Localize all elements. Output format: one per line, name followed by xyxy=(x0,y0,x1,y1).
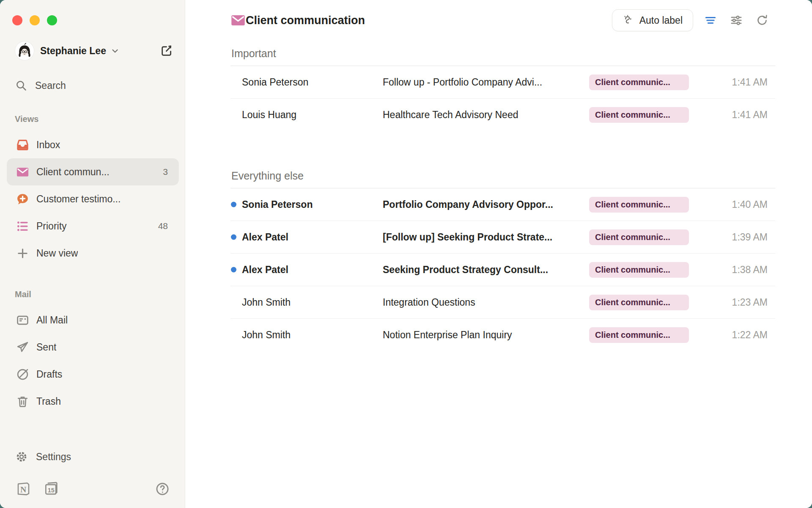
sidebar-item-label: Inbox xyxy=(36,139,60,151)
email-label-badge[interactable]: Client communic... xyxy=(589,327,689,343)
views-section-label: Views xyxy=(15,114,185,124)
email-time: 1:41 AM xyxy=(689,109,768,121)
minimize-window-button[interactable] xyxy=(30,15,40,25)
email-sender: Alex Patel xyxy=(242,264,383,276)
mail-section-label: Mail xyxy=(15,290,185,299)
email-subject: Healthcare Tech Advisory Need xyxy=(383,109,582,121)
email-row[interactable]: John Smith Notion Enterprise Plan Inquir… xyxy=(230,319,775,351)
search-label: Search xyxy=(35,80,66,91)
gear-icon xyxy=(15,450,28,463)
sidebar-item-client-communication[interactable]: Client commun... 3 xyxy=(7,158,179,185)
email-row[interactable]: Alex Patel Seeking Product Strategy Cons… xyxy=(230,254,775,286)
sidebar-spacer xyxy=(0,415,185,450)
envelope-icon xyxy=(16,165,30,179)
views-nav: Inbox Client commun... 3 Customer testim… xyxy=(0,131,185,267)
email-row[interactable]: Sonia Peterson Portfolio Company Advisor… xyxy=(230,188,775,221)
sidebar-item-label: Sent xyxy=(36,342,56,353)
sidebar-item-count: 3 xyxy=(159,167,168,177)
email-time: 1:38 AM xyxy=(689,264,768,276)
sidebar-item-label: Customer testimo... xyxy=(36,193,121,205)
chevron-down-icon[interactable] xyxy=(110,46,120,55)
email-subject: Integration Questions xyxy=(383,297,582,308)
email-label-badge[interactable]: Client communic... xyxy=(589,229,689,245)
sidebar-item-new-view[interactable]: New view xyxy=(7,240,179,267)
trash-icon xyxy=(16,395,30,409)
auto-label-button[interactable]: Auto label xyxy=(612,9,693,31)
email-label-badge[interactable]: Client communic... xyxy=(589,295,689,310)
header-controls: Auto label xyxy=(612,9,771,31)
main-header: Client communication Auto label xyxy=(185,0,812,41)
refresh-button[interactable] xyxy=(754,12,771,29)
sidebar-item-trash[interactable]: Trash xyxy=(7,388,179,415)
email-label-badge[interactable]: Client communic... xyxy=(589,262,689,278)
profile-switcher[interactable]: Stephanie Lee xyxy=(15,41,173,60)
email-list: Important Sonia Peterson Follow up - Por… xyxy=(185,41,812,508)
email-time: 1:23 AM xyxy=(689,297,768,308)
email-subject: Seeking Product Strategy Consult... xyxy=(383,264,582,276)
main-panel: Client communication Auto label Importan… xyxy=(185,0,812,508)
unread-dot-icon xyxy=(231,267,236,273)
email-label-badge[interactable]: Client communic... xyxy=(589,75,689,90)
sidebar-item-label: Client commun... xyxy=(36,166,110,178)
profile-name: Stephanie Lee xyxy=(40,45,106,57)
svg-text:N: N xyxy=(20,485,27,494)
window-controls xyxy=(0,0,185,25)
plus-icon xyxy=(16,246,30,260)
sidebar-item-all-mail[interactable]: All Mail xyxy=(7,306,179,334)
sidebar-item-inbox[interactable]: Inbox xyxy=(7,131,179,158)
email-section-rows: Sonia Peterson Portfolio Company Advisor… xyxy=(230,188,775,351)
help-icon[interactable] xyxy=(155,482,170,496)
email-row[interactable]: John Smith Integration Questions Client … xyxy=(230,286,775,319)
settings-label: Settings xyxy=(36,451,71,463)
calendar-icon[interactable]: 15 xyxy=(43,481,59,497)
sidebar-item-customer-testimonials[interactable]: Customer testimo... xyxy=(7,185,179,213)
display-settings-button[interactable] xyxy=(728,12,745,29)
email-subject: [Follow up] Seeking Product Strate... xyxy=(383,232,582,243)
email-row[interactable]: Louis Huang Healthcare Tech Advisory Nee… xyxy=(230,99,775,131)
sidebar-item-label: Drafts xyxy=(36,369,62,380)
wand-icon xyxy=(623,14,634,26)
compose-button[interactable] xyxy=(160,44,173,57)
email-sender: Louis Huang xyxy=(242,109,383,121)
email-section-title: Everything else xyxy=(230,170,775,182)
drafts-icon xyxy=(16,367,30,381)
sidebar-item-drafts[interactable]: Drafts xyxy=(7,361,179,388)
sidebar-item-priority[interactable]: Priority 48 xyxy=(7,213,179,240)
close-window-button[interactable] xyxy=(12,15,22,25)
email-time: 1:40 AM xyxy=(689,199,768,210)
email-section: Important Sonia Peterson Follow up - Por… xyxy=(230,47,775,131)
sidebar-item-label: All Mail xyxy=(36,315,68,326)
sidebar-footer: N 15 xyxy=(15,481,170,497)
svg-text:15: 15 xyxy=(48,487,55,494)
sidebar-item-label: Trash xyxy=(36,396,61,407)
email-time: 1:39 AM xyxy=(689,232,768,243)
mail-nav: All Mail Sent Drafts Trash xyxy=(0,306,185,415)
unread-dot-icon xyxy=(231,235,236,240)
sidebar-item-count: 48 xyxy=(154,221,168,231)
zoom-window-button[interactable] xyxy=(47,15,57,25)
email-time: 1:22 AM xyxy=(689,329,768,341)
chat-plus-icon xyxy=(16,192,30,206)
email-sender: Sonia Peterson xyxy=(242,199,383,210)
email-row[interactable]: Sonia Peterson Follow up - Portfolio Com… xyxy=(230,66,775,99)
email-label-badge[interactable]: Client communic... xyxy=(589,107,689,123)
search-icon xyxy=(15,80,27,91)
email-section: Everything else Sonia Peterson Portfolio… xyxy=(230,170,775,351)
notion-logo-icon[interactable]: N xyxy=(15,481,31,497)
email-row[interactable]: Alex Patel [Follow up] Seeking Product S… xyxy=(230,221,775,254)
sidebar-item-label: New view xyxy=(36,248,78,259)
email-label-badge[interactable]: Client communic... xyxy=(589,197,689,213)
list-icon xyxy=(16,219,30,233)
settings-button[interactable]: Settings xyxy=(15,450,185,463)
allmail-icon xyxy=(16,313,30,327)
envelope-icon xyxy=(230,13,246,28)
unread-dot-icon xyxy=(231,202,236,207)
search-button[interactable]: Search xyxy=(15,80,173,91)
inbox-icon xyxy=(16,138,30,152)
email-section-title: Important xyxy=(230,47,775,60)
filter-button[interactable] xyxy=(702,12,719,29)
sidebar: Stephanie Lee Search Views Inbox Client … xyxy=(0,0,185,508)
sidebar-item-sent[interactable]: Sent xyxy=(7,334,179,361)
email-sender: Sonia Peterson xyxy=(242,77,383,88)
auto-label-text: Auto label xyxy=(639,15,683,26)
